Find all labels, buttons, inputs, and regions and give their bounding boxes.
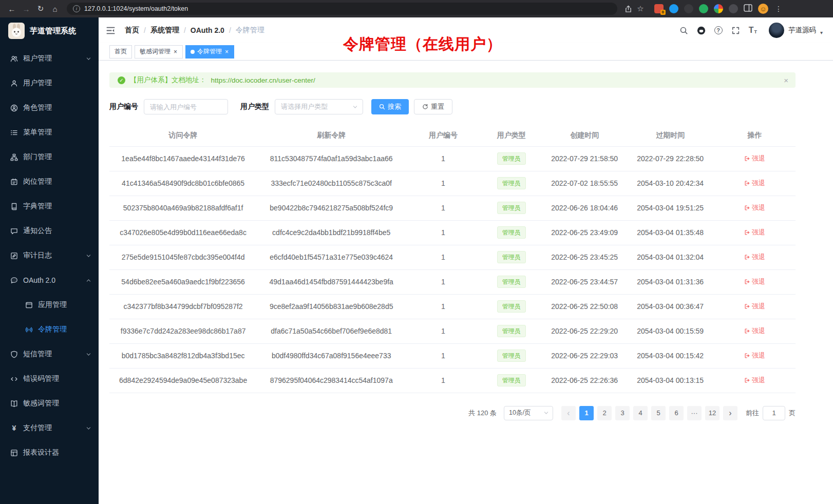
user-menu[interactable]: 芋道源码 ▾: [769, 23, 823, 38]
sidebar-item-error-code[interactable]: 错误码管理: [0, 366, 99, 391]
browser-menu-icon[interactable]: ⋮: [775, 5, 782, 13]
sidebar-item-label: 字典管理: [23, 202, 52, 211]
table-row: 54d6be82ee5a460a9aedc1f9bf223656 49d1aa4…: [109, 269, 796, 294]
goto-page-input[interactable]: [763, 406, 785, 420]
page-button-6[interactable]: 6: [669, 406, 684, 420]
extension-icon[interactable]: [714, 4, 723, 13]
force-logout-button[interactable]: 强退: [744, 228, 765, 237]
extension-icon[interactable]: [729, 4, 738, 13]
access-token-cell: c342377bf8b344799dcbf7bf095287f2: [109, 294, 257, 319]
tab-home[interactable]: 首页: [109, 45, 132, 59]
app-logo-row[interactable]: 芋道管理系统: [0, 17, 99, 44]
force-logout-button[interactable]: 强退: [744, 179, 765, 188]
address-bar[interactable]: i 127.0.0.1:1024/system/oauth2/token: [67, 3, 617, 15]
sidebar-item-tenant[interactable]: 租户管理: [0, 46, 99, 71]
extension-icon[interactable]: [669, 4, 678, 13]
sidebar-item-sms[interactable]: 短信管理: [0, 342, 99, 366]
sidebar-fold-icon[interactable]: [106, 26, 116, 35]
sidebar-item-user[interactable]: 用户管理: [0, 71, 99, 95]
browser-back-icon[interactable]: ←: [5, 2, 18, 15]
app-window: 芋道管理系统 租户管理 用户管理 角色管理 菜单管理: [0, 17, 833, 504]
sidebar-item-oauth-app[interactable]: 应用管理: [0, 293, 99, 317]
breadcrumb-item-system[interactable]: 系统管理: [150, 26, 179, 35]
sidebar-item-menu[interactable]: 菜单管理: [0, 120, 99, 145]
sidebar-item-department[interactable]: 部门管理: [0, 145, 99, 169]
page-button-12[interactable]: 12: [705, 406, 720, 420]
page-button-5[interactable]: 5: [651, 406, 666, 420]
tab-token-management[interactable]: 令牌管理 ×: [185, 45, 234, 59]
prev-page-button[interactable]: ‹: [561, 406, 576, 420]
table-row: f9336e7c7dd242a283ee98dc86b17a87 dfa6c71…: [109, 319, 796, 343]
access-token-cell: 54d6be82ee5a460a9aedc1f9bf223656: [109, 269, 257, 294]
created-time-cell: 2022-06-25 22:29:20: [542, 319, 627, 343]
sidebar-item-report-designer[interactable]: 报表设计器: [0, 440, 99, 465]
sidebar-item-role[interactable]: 角色管理: [0, 95, 99, 120]
sidebar-item-dict[interactable]: 字典管理: [0, 194, 99, 219]
tab-label: 首页: [115, 47, 127, 56]
page-more-button[interactable]: ···: [687, 406, 702, 420]
user-id-input[interactable]: [144, 99, 228, 114]
help-icon[interactable]: ?: [714, 26, 723, 34]
font-size-icon[interactable]: TT: [749, 26, 757, 34]
force-logout-button[interactable]: 强退: [744, 253, 765, 262]
sidebar-item-sensitive-words[interactable]: 敏感词管理: [0, 391, 99, 416]
share-icon[interactable]: [622, 3, 634, 14]
sidebar-item-post[interactable]: 岗位管理: [0, 169, 99, 194]
browser-profile-avatar[interactable]: ☺: [758, 4, 768, 14]
sidebar-item-token-management[interactable]: 令牌管理: [0, 317, 99, 342]
fullscreen-icon[interactable]: [731, 26, 740, 35]
user-type-badge: 管理员: [497, 300, 526, 313]
table-header-row: 访问令牌 刷新令牌 用户编号 用户类型 创建时间 过期时间 操作: [109, 125, 796, 146]
search-button[interactable]: 搜索: [371, 99, 409, 114]
force-logout-button[interactable]: 强退: [744, 154, 765, 163]
tab-sensitive-words[interactable]: 敏感词管理 ×: [135, 45, 183, 59]
chevron-down-icon: [86, 425, 91, 431]
browser-reload-icon[interactable]: ↻: [34, 2, 47, 15]
created-time-cell: 2022-07-02 18:55:55: [542, 171, 627, 196]
goto-page: 前往 页: [746, 406, 796, 420]
sidebar-item-notice[interactable]: 通知公告: [0, 219, 99, 243]
breadcrumb-item-oauth[interactable]: OAuth 2.0: [191, 26, 224, 34]
page-button-2[interactable]: 2: [597, 406, 612, 420]
page-size-select[interactable]: 10条/页: [504, 406, 553, 420]
close-icon[interactable]: ×: [173, 48, 178, 55]
sidebar-item-audit-log[interactable]: 审计日志: [0, 243, 99, 268]
force-logout-button[interactable]: 强退: [744, 277, 765, 286]
refresh-icon: [422, 104, 428, 110]
refresh-token-cell: 8796295f04064c2983414cc54af1097a: [257, 368, 406, 393]
close-icon[interactable]: ×: [784, 76, 788, 85]
sidebar-item-payment[interactable]: ¥ 支付管理: [0, 416, 99, 440]
refresh-token-cell: cdfc4ce9c2da4bb1bdf21b9918ff4be5: [257, 220, 406, 245]
expire-time-cell: 2054-03-04 00:15:42: [627, 343, 714, 368]
force-logout-button[interactable]: 强退: [744, 376, 765, 385]
logout-icon: [744, 353, 750, 359]
site-info-icon[interactable]: i: [73, 5, 80, 12]
force-logout-button[interactable]: 强退: [744, 326, 765, 336]
breadcrumb-item-home[interactable]: 首页: [125, 26, 139, 35]
browser-sidepanel-icon[interactable]: [744, 4, 752, 14]
reset-button[interactable]: 重置: [414, 99, 452, 114]
close-icon[interactable]: ×: [224, 48, 229, 55]
browser-home-icon[interactable]: ⌂: [48, 2, 62, 15]
search-icon[interactable]: [679, 26, 688, 35]
alert-doc-link[interactable]: https://doc.iocoder.cn/user-center/: [211, 76, 315, 84]
extension-icon[interactable]: [684, 4, 693, 13]
extension-badge: 0: [660, 10, 666, 15]
page-button-3[interactable]: 3: [615, 406, 630, 420]
page-button-1[interactable]: 1: [579, 406, 594, 420]
extension-icon[interactable]: [699, 4, 708, 13]
page-button-4[interactable]: 4: [633, 406, 648, 420]
next-page-button[interactable]: ›: [723, 406, 737, 420]
extension-icon[interactable]: 0: [654, 4, 664, 13]
sidebar-item-label: 岗位管理: [23, 177, 52, 186]
user-type-select[interactable]: 请选择用户类型: [275, 99, 363, 114]
bookmark-star-icon[interactable]: ☆: [635, 3, 646, 14]
force-logout-button[interactable]: 强退: [744, 351, 765, 360]
sidebar-item-label: 菜单管理: [23, 128, 52, 137]
browser-forward-icon[interactable]: →: [20, 2, 33, 15]
force-logout-button[interactable]: 强退: [744, 302, 765, 311]
sidebar-item-oauth[interactable]: OAuth 2.0: [0, 268, 99, 293]
force-logout-button[interactable]: 强退: [744, 203, 765, 212]
active-dot-icon: [191, 50, 195, 54]
github-icon[interactable]: [697, 26, 706, 35]
